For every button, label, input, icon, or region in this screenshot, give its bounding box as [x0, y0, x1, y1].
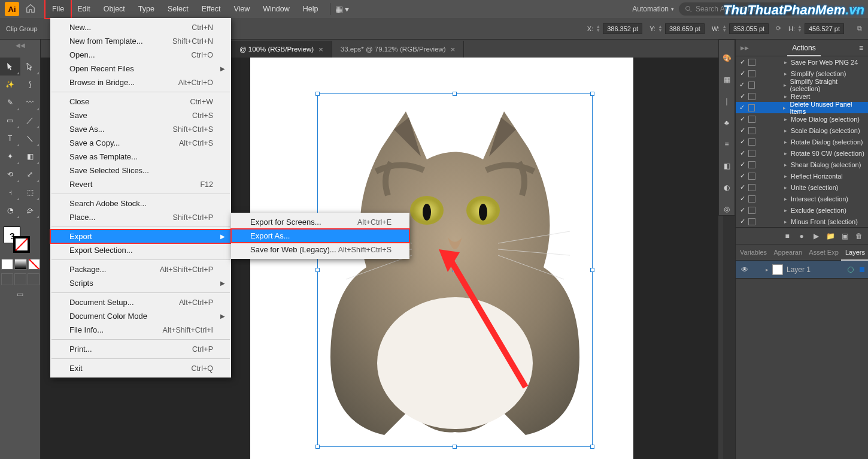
type-tool[interactable]: T	[0, 129, 20, 147]
transform-w[interactable]: W:▲▼353.055 pt	[712, 23, 769, 34]
menu-edit[interactable]: Edit	[71, 0, 97, 18]
action-item[interactable]: ✓▸Rotate Dialog (selection)	[736, 136, 868, 147]
color-mode-row[interactable]	[0, 259, 40, 270]
dialog-toggle-icon[interactable]	[748, 59, 755, 66]
expand-icon[interactable]: ▸	[784, 128, 787, 134]
toggle-check-icon[interactable]: ✓	[738, 104, 746, 112]
close-button[interactable]: ✕	[846, 3, 863, 15]
rectangle-tool[interactable]: ▭	[0, 111, 20, 129]
action-item[interactable]: ✓▸Scale Dialog (selection)	[736, 125, 868, 136]
record-icon[interactable]: ●	[797, 232, 806, 240]
action-item[interactable]: ✓▸Delete Unused Panel Items	[736, 102, 868, 113]
menuitem-file-info[interactable]: File Info...Alt+Shift+Ctrl+I	[50, 323, 231, 337]
lasso-tool[interactable]: ⟆	[20, 76, 41, 93]
maximize-button[interactable]: ▢	[828, 3, 845, 15]
dialog-toggle-icon[interactable]	[748, 138, 755, 146]
new-action-icon[interactable]: ▣	[840, 232, 849, 240]
menuitem-export[interactable]: Export▶	[50, 230, 231, 243]
layer-row[interactable]: 👁 ▸ Layer 1	[736, 261, 868, 279]
menuitem-save[interactable]: SaveCtrl+S	[50, 108, 231, 122]
panel-tab-variables[interactable]: Variables	[736, 244, 769, 261]
dialog-toggle-icon[interactable]	[748, 104, 755, 111]
menu-help[interactable]: Help	[296, 0, 325, 18]
toggle-check-icon[interactable]: ✓	[738, 149, 746, 158]
gradient-panel-icon[interactable]: ◧	[721, 160, 733, 172]
shaper-tool[interactable]: ✦	[0, 147, 20, 165]
menuitem-new-from-template[interactable]: New from Template...Shift+Ctrl+N	[50, 34, 231, 48]
toggle-check-icon[interactable]: ✓	[738, 195, 746, 203]
new-set-icon[interactable]: 📁	[826, 232, 834, 240]
expand-icon[interactable]: ▸	[784, 116, 787, 122]
transform-y[interactable]: Y:▲▼388.659 pt	[650, 23, 705, 34]
toggle-check-icon[interactable]: ✓	[738, 161, 746, 169]
color-panel-icon[interactable]: 🎨	[721, 52, 733, 64]
scale-tool[interactable]: ⤢	[20, 165, 41, 183]
minimize-button[interactable]: ─	[811, 3, 827, 15]
action-item[interactable]: ✓▸Rotate 90 CW (selection)	[736, 147, 868, 159]
transform-h[interactable]: H:▲▼456.527 pt	[788, 23, 844, 34]
dialog-toggle-icon[interactable]	[748, 81, 755, 89]
menuitem-save-for-web-legacy[interactable]: Save for Web (Legacy)...Alt+Shift+Ctrl+S	[231, 243, 409, 256]
action-item[interactable]: ✓▸Shear Dialog (selection)	[736, 159, 868, 170]
dialog-toggle-icon[interactable]	[748, 173, 755, 180]
action-item[interactable]: ✓▸Move Dialog (selection)	[736, 113, 868, 125]
menuitem-new[interactable]: New...Ctrl+N	[50, 20, 231, 34]
close-tab-icon[interactable]: ×	[318, 45, 323, 54]
delete-icon[interactable]: 🗑	[855, 232, 863, 240]
menuitem-close[interactable]: CloseCtrl+W	[50, 95, 231, 108]
appearance-panel-icon[interactable]: ◎	[721, 203, 733, 215]
arrange-docs-icon[interactable]: ▦ ▾	[335, 4, 350, 14]
pen-tool[interactable]: ✎	[0, 93, 20, 111]
panel-tab-layers[interactable]: Layers	[841, 244, 868, 261]
transparency-panel-icon[interactable]: ◐	[721, 182, 733, 194]
expand-icon[interactable]: ▸	[784, 71, 787, 77]
close-tab-icon[interactable]: ×	[451, 45, 456, 54]
expand-icon[interactable]: ▸	[783, 105, 786, 111]
line-tool[interactable]: ＼	[20, 129, 41, 147]
width-tool[interactable]: ⫞	[0, 183, 20, 201]
toggle-check-icon[interactable]: ✓	[738, 92, 746, 101]
eraser-tool[interactable]: ◧	[20, 147, 41, 165]
menuitem-scripts[interactable]: Scripts▶	[50, 276, 231, 290]
menuitem-package[interactable]: Package...Alt+Shift+Ctrl+P	[50, 262, 231, 276]
paintbrush-tool[interactable]: ／	[20, 111, 41, 129]
expand-icon[interactable]: ▸	[784, 196, 787, 202]
menuitem-save-a-copy[interactable]: Save a Copy...Alt+Ctrl+S	[50, 136, 231, 150]
home-icon[interactable]	[25, 3, 37, 15]
dialog-toggle-icon[interactable]	[748, 127, 755, 134]
panel-tab-asset exp[interactable]: Asset Exp	[805, 244, 841, 261]
visibility-icon[interactable]: 👁	[739, 265, 750, 274]
menu-window[interactable]: Window	[256, 0, 296, 18]
actions-tab[interactable]: Actions	[787, 40, 820, 56]
menuitem-revert[interactable]: RevertF12	[50, 177, 231, 191]
panel-menu-icon[interactable]: ≡	[859, 44, 863, 52]
menuitem-export-selection[interactable]: Export Selection...	[50, 243, 231, 257]
free-transform-tool[interactable]: ⬚	[20, 183, 41, 201]
play-icon[interactable]: ▶	[812, 232, 820, 240]
selection-tool[interactable]	[0, 58, 20, 76]
eyedropper-tool[interactable]: ⌮	[20, 201, 41, 219]
transform-x[interactable]: X:▲▼386.352 pt	[587, 23, 642, 34]
expand-icon[interactable]: ▸	[784, 93, 787, 99]
expand-icon[interactable]: ▸	[784, 150, 787, 156]
menuitem-export-for-screens[interactable]: Export for Screens...Alt+Ctrl+E	[231, 215, 409, 229]
action-item[interactable]: ✓▸Unite (selection)	[736, 182, 868, 193]
toggle-check-icon[interactable]: ✓	[738, 183, 746, 192]
menuitem-document-color-mode[interactable]: Document Color Mode▶	[50, 309, 231, 323]
curvature-tool[interactable]: 〰	[20, 93, 41, 111]
toggle-check-icon[interactable]: ✓	[738, 126, 746, 135]
link-wh-icon[interactable]: ⟳	[776, 25, 781, 32]
target-icon[interactable]	[848, 267, 854, 273]
direct-selection-tool[interactable]	[20, 58, 41, 76]
dialog-toggle-icon[interactable]	[748, 116, 755, 123]
fill-stroke-swatches[interactable]: ?	[0, 224, 40, 256]
action-item[interactable]: ✓▸Intersect (selection)	[736, 193, 868, 204]
menuitem-document-setup[interactable]: Document Setup...Alt+Ctrl+P	[50, 295, 231, 309]
menuitem-export-as[interactable]: Export As...	[231, 229, 409, 243]
action-item[interactable]: ✓▸Minus Front (selection)	[736, 216, 868, 227]
toggle-check-icon[interactable]: ✓	[738, 138, 746, 146]
collapse-tools[interactable]: ◀◀	[16, 42, 25, 49]
menu-object[interactable]: Object	[97, 0, 132, 18]
menuitem-search-adobe-stock[interactable]: Search Adobe Stock...	[50, 197, 231, 210]
toggle-check-icon[interactable]: ✓	[738, 218, 746, 226]
